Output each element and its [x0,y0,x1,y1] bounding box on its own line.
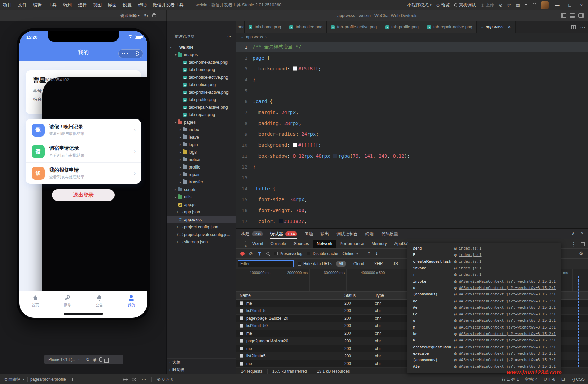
close-circle-icon[interactable] [131,51,143,56]
code-line[interactable]: 8 padding: 28rpx; [236,118,588,129]
devtools-tab-wxml[interactable]: Wxml [249,240,267,248]
panel-tab[interactable]: 终端 [365,229,374,239]
callstack-frame[interactable]: invoke@ index.js:1 [407,265,561,271]
page-path-dropdown[interactable]: 页面路径 [4,377,20,382]
editor-tab[interactable]: tab-home.png [245,21,285,33]
breadcrumb-file[interactable]: app.wxss [246,35,263,39]
more-dots-icon[interactable] [119,53,131,54]
color-swatch[interactable] [293,66,297,71]
user-avatar[interactable] [541,1,549,9]
statusbar-more-icon[interactable]: ⋯ [142,377,146,382]
list-icon[interactable]: ≡ [525,3,527,8]
callstack-frame[interactable]: send@ index.js:1 [407,245,561,252]
code-line[interactable]: 14.title { [236,183,588,194]
menubar-item[interactable]: 视图 [90,0,105,10]
cursor-position[interactable]: 行 1, 列 1 [502,377,519,382]
filter-pill-xhr[interactable]: XHR [371,261,385,267]
logout-button[interactable]: 退出登录 [52,189,115,201]
filter-funnel-icon[interactable] [257,252,262,256]
code-line[interactable]: 7 margin: 24rpx; [236,107,588,118]
frame-source-link[interactable]: WAServiceMainContext.js?t=wechat&v=3.15.… [459,318,556,323]
close-panel-icon[interactable]: × [581,231,583,236]
code-line[interactable]: 9 border-radius: 24rpx; [236,129,588,140]
device-debug-button[interactable]: 真机调试 [454,2,476,8]
disable-cache-checkbox[interactable]: Disable cache [307,251,338,256]
dock-side-icon[interactable] [581,242,585,246]
eol[interactable]: LF [561,377,566,382]
toggle-right-panel-icon[interactable] [578,13,584,18]
editor-tab[interactable]: tab-profile-active.png [327,21,381,33]
menubar-item[interactable]: 设置 [120,0,135,10]
tree-item[interactable]: tab-notice.png [167,81,236,89]
minimize-button[interactable]: — [553,3,562,8]
tree-item[interactable]: tab-notice-active.png [167,74,236,81]
menubar-item[interactable]: 工具 [45,0,60,10]
switch-icon[interactable]: ⇄ [507,3,511,8]
tree-item[interactable]: Ξapp.wxss [167,216,236,223]
profile-menu-item[interactable]: 修我的报修申请查看列表与处理结果› [26,162,141,184]
frame-source-link[interactable]: WAServiceMainContext.js?t=wechat&v=3.15.… [459,338,556,342]
tree-item[interactable]: tab-profile-active.png [167,89,236,96]
editor-tab[interactable]: tab-repair-active.png [423,21,477,33]
refresh-icon[interactable]: ↻ [86,357,90,362]
tree-item[interactable]: {..}app.json [167,208,236,216]
network-settings-icon[interactable]: ⚙ [579,251,583,256]
menubar-item[interactable]: 选择 [75,0,90,10]
menubar-item[interactable]: 编辑 [30,0,45,10]
callstack-frame[interactable]: AIe@ WAServiceMainContext.js?t=wechat&v=… [407,363,561,370]
explorer-more-icon[interactable]: ⋯ [227,34,231,39]
frame-source-link[interactable]: WAServiceMainContext.js?t=wechat&v=3.15.… [459,332,556,336]
frame-source-link[interactable]: WAServiceMainContext.js?t=wechat&v=3.15.… [459,345,556,349]
code-line[interactable]: 1/** 全局样式变量 */ [236,42,588,52]
breadcrumb-more[interactable]: ... [269,35,272,39]
panel-tab[interactable]: 调试器1,14 [270,229,297,239]
panel-tab[interactable]: 调试控制台 [336,229,358,239]
collapse-panel-icon[interactable]: ∧ [572,231,575,236]
close-tab-icon[interactable]: ✕ [508,25,511,29]
menubar-item[interactable]: 项目 [0,0,15,10]
panel-tab[interactable]: 问题 [304,229,313,239]
color-swatch[interactable] [333,154,337,158]
callstack-frame[interactable]: execute@ WAServiceMainContext.js?t=wecha… [407,350,561,357]
preview-button[interactable]: ⊙预览 [436,2,450,8]
frame-source-link[interactable]: WAServiceMainContext.js?t=wechat&v=3.15.… [459,325,556,330]
code-line[interactable]: 4} [236,74,588,85]
tree-item[interactable]: ▾pages [167,118,236,126]
filter-pill-all[interactable]: All [336,261,346,267]
frame-source-link[interactable]: WAServiceMainContext.js?t=wechat&v=3.15.… [459,358,556,362]
menubar-item[interactable]: 帮助 [135,0,150,10]
record-network-button[interactable] [240,252,245,256]
menubar-item[interactable]: 转到 [60,0,75,10]
profile-menu-item[interactable]: 假请假 / 晚归记录查看列表与审批结果› [26,119,141,141]
callstack-frame[interactable]: r@ index.js:1 [407,271,561,278]
tree-item[interactable]: ▾images [167,51,236,59]
frame-source-link[interactable]: WAServiceMainContext.js?t=wechat&v=3.15.… [459,279,556,284]
devtools-tab-sources[interactable]: Sources [290,240,313,248]
split-editor-icon[interactable] [571,25,576,29]
tree-item[interactable]: ▾WEIXIN [167,44,236,51]
panel-tab[interactable]: 输出 [320,229,329,239]
grid-icon[interactable]: ▦ [516,3,520,8]
tree-item[interactable]: ▸repair [167,171,236,178]
inspect-element-icon[interactable] [240,241,246,246]
record-icon[interactable]: ◉ [93,357,96,362]
hide-data-urls-checkbox[interactable]: Hide data URLs [298,261,332,266]
frame-source-link[interactable]: WAServiceMainContext.js?t=wechat&v=3.15.… [459,351,556,356]
breadcrumb[interactable]: Ξ app.wxss › ... [236,33,588,42]
tree-item[interactable]: ▸index [167,126,236,133]
debug-icon[interactable] [123,378,127,381]
upload-button[interactable]: ↥上传 [481,2,494,8]
import-har-icon[interactable]: ↥ [367,251,371,256]
devtools-tab-network[interactable]: Network [313,240,336,248]
problems-indicator[interactable]: ⊗0 △0 [157,377,173,382]
encoding[interactable]: UTF-8 [544,377,555,382]
editor-tab[interactable]: tab-notice.png [285,21,327,33]
frame-source-link[interactable]: index.js:1 [459,253,481,257]
tree-item[interactable]: ▸scripts [167,186,236,193]
maximize-button[interactable]: □ [567,3,573,8]
tree-item[interactable]: tab-profile.png [167,96,236,103]
editor-tab[interactable]: ong [236,21,245,33]
devtools-tab-performance[interactable]: Performance [336,240,368,248]
tree-item[interactable]: {..}sitemap.json [167,238,236,246]
editor-more-icon[interactable]: ⋯ [580,24,585,30]
